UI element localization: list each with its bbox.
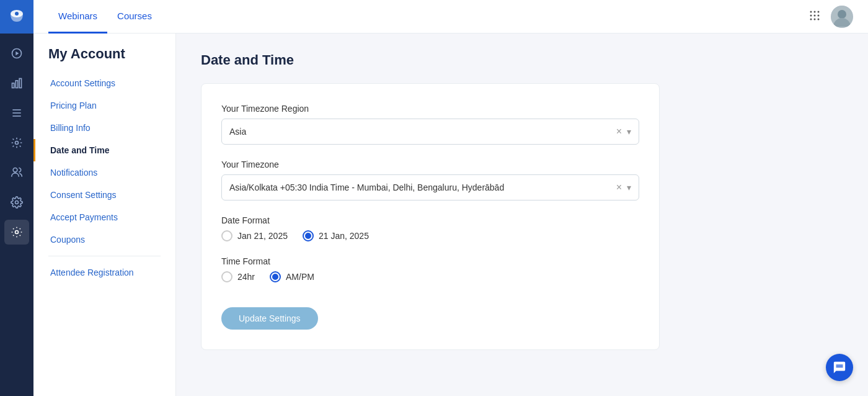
tab-courses[interactable]: Courses [107, 0, 162, 34]
date-format-radio-2[interactable] [303, 230, 314, 241]
top-nav-right [808, 6, 853, 28]
timezone-arrow[interactable]: ▾ [627, 182, 631, 192]
integration-icon[interactable] [4, 130, 29, 155]
timezone-value: Asia/Kolkata +05:30 India Time - Mumbai,… [229, 182, 616, 192]
svg-point-13 [16, 231, 19, 234]
timezone-region-group: Your Timezone Region Asia × ▾ [221, 104, 639, 145]
sidebar-item-account-settings[interactable]: Account Settings [33, 72, 175, 94]
list-icon[interactable] [4, 101, 29, 125]
svg-point-20 [810, 18, 812, 20]
sidebar-item-notifications[interactable]: Notifications [33, 161, 175, 184]
timezone-region-label: Your Timezone Region [221, 104, 639, 114]
svg-point-10 [16, 142, 19, 145]
gear-icon[interactable] [4, 190, 29, 215]
time-format-radio-2[interactable] [270, 271, 281, 282]
timezone-group: Your Timezone Asia/Kolkata +05:30 India … [221, 160, 639, 200]
svg-point-15 [814, 11, 816, 12]
svg-point-11 [13, 168, 17, 173]
page-title: My Account [33, 46, 175, 72]
time-format-radio-group: 24hr AM/PM [221, 271, 639, 282]
date-format-option-1[interactable]: Jan 21, 2025 [221, 230, 288, 241]
svg-point-18 [814, 14, 816, 16]
date-format-label: Date Format [221, 215, 639, 225]
timezone-select-actions: × ▾ [616, 182, 631, 192]
date-format-radio-group: Jan 21, 2025 21 Jan, 2025 [221, 230, 639, 241]
timezone-select[interactable]: Asia/Kolkata +05:30 India Time - Mumbai,… [221, 174, 639, 200]
avatar[interactable] [831, 6, 853, 28]
timezone-region-value: Asia [229, 127, 616, 137]
svg-rect-5 [16, 81, 17, 88]
top-nav: Webinars Courses [33, 0, 868, 34]
chat-button[interactable] [826, 354, 853, 381]
date-format-label-2: 21 Jan, 2025 [319, 231, 369, 241]
select-actions: × ▾ [616, 127, 631, 137]
settings2-icon[interactable] [4, 220, 29, 245]
svg-point-24 [838, 10, 846, 19]
timezone-region-select[interactable]: Asia × ▾ [221, 119, 639, 145]
svg-point-19 [818, 14, 820, 16]
svg-point-21 [814, 18, 816, 20]
update-settings-button[interactable]: Update Settings [221, 307, 318, 330]
sidebar-item-attendee-registration[interactable]: Attendee Registration [33, 261, 175, 284]
contacts-icon[interactable] [4, 160, 29, 185]
time-format-radio-1[interactable] [221, 271, 232, 282]
sidebar-item-pricing-plan[interactable]: Pricing Plan [33, 94, 175, 117]
date-format-group: Date Format Jan 21, 2025 21 Jan, 2025 [221, 215, 639, 241]
svg-point-16 [818, 11, 820, 12]
settings-card: Your Timezone Region Asia × ▾ Your Timez… [201, 83, 660, 350]
svg-point-17 [810, 14, 812, 16]
time-format-label-2: AM/PM [286, 272, 314, 282]
time-format-option-2[interactable]: AM/PM [270, 271, 314, 282]
chart-icon[interactable] [4, 71, 29, 96]
sidebar-item-coupons[interactable]: Coupons [33, 228, 175, 251]
svg-rect-6 [19, 79, 21, 88]
date-format-radio-1[interactable] [221, 230, 232, 241]
content-area: My Account Account Settings Pricing Plan… [33, 34, 868, 396]
date-format-option-2[interactable]: 21 Jan, 2025 [303, 230, 369, 241]
svg-point-1 [15, 12, 19, 16]
icon-sidebar [0, 0, 33, 396]
timezone-label: Your Timezone [221, 160, 639, 169]
tab-webinars[interactable]: Webinars [48, 0, 107, 34]
date-format-label-1: Jan 21, 2025 [237, 231, 288, 241]
main-wrapper: Webinars Courses [33, 0, 868, 396]
time-format-label: Time Format [221, 256, 639, 266]
section-title: Date and Time [201, 52, 843, 68]
sidebar-divider [48, 256, 161, 256]
time-format-label-1: 24hr [237, 272, 255, 282]
play-icon[interactable] [4, 41, 29, 66]
time-format-option-1[interactable]: 24hr [221, 271, 255, 282]
sidebar-item-accept-payments[interactable]: Accept Payments [33, 206, 175, 228]
top-nav-tabs: Webinars Courses [48, 0, 162, 34]
sidebar-item-consent-settings[interactable]: Consent Settings [33, 184, 175, 206]
main-content: Date and Time Your Timezone Region Asia … [176, 34, 868, 396]
svg-marker-3 [16, 52, 19, 56]
app-logo[interactable] [0, 0, 33, 34]
sidebar-item-date-and-time[interactable]: Date and Time [33, 139, 175, 161]
timezone-region-clear[interactable]: × [616, 127, 622, 137]
left-sidebar: My Account Account Settings Pricing Plan… [33, 34, 176, 396]
timezone-region-arrow[interactable]: ▾ [627, 127, 631, 137]
svg-point-12 [16, 201, 19, 204]
timezone-clear[interactable]: × [616, 182, 622, 192]
sidebar-item-billing-info[interactable]: Billing Info [33, 117, 175, 139]
svg-rect-4 [12, 83, 14, 88]
grid-icon[interactable] [808, 9, 821, 24]
time-format-group: Time Format 24hr AM/PM [221, 256, 639, 282]
svg-point-22 [818, 18, 820, 20]
svg-point-14 [810, 11, 812, 12]
